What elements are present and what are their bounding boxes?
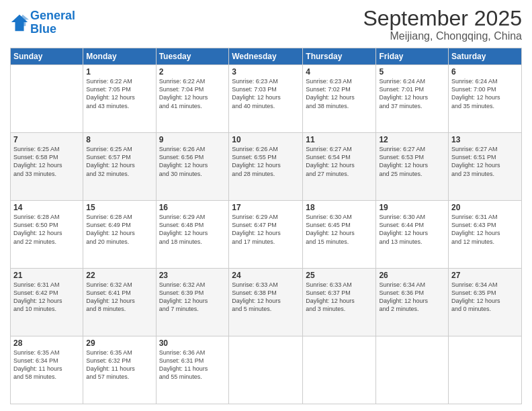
weekday-header: Wednesday	[229, 48, 303, 65]
day-number: 15	[86, 203, 152, 212]
day-info: Sunrise: 6:26 AM Sunset: 6:55 PM Dayligh…	[232, 145, 300, 178]
weekday-header: Friday	[376, 48, 449, 65]
calendar-cell: 23Sunrise: 6:32 AM Sunset: 6:39 PM Dayli…	[156, 269, 229, 336]
calendar-cell	[449, 336, 522, 404]
calendar-week-row: 28Sunrise: 6:35 AM Sunset: 6:34 PM Dayli…	[11, 336, 522, 404]
calendar-cell: 25Sunrise: 6:33 AM Sunset: 6:37 PM Dayli…	[303, 269, 376, 336]
day-info: Sunrise: 6:31 AM Sunset: 6:43 PM Dayligh…	[451, 213, 519, 246]
day-info: Sunrise: 6:32 AM Sunset: 6:41 PM Dayligh…	[86, 281, 152, 314]
calendar-cell: 6Sunrise: 6:24 AM Sunset: 7:00 PM Daylig…	[449, 65, 522, 133]
calendar-cell: 14Sunrise: 6:28 AM Sunset: 6:50 PM Dayli…	[11, 201, 83, 269]
calendar-cell: 30Sunrise: 6:36 AM Sunset: 6:31 PM Dayli…	[156, 336, 229, 404]
weekday-header: Tuesday	[156, 48, 229, 65]
calendar-cell: 21Sunrise: 6:31 AM Sunset: 6:42 PM Dayli…	[11, 269, 83, 336]
day-number: 10	[232, 135, 300, 144]
calendar-cell: 19Sunrise: 6:30 AM Sunset: 6:44 PM Dayli…	[376, 201, 449, 269]
day-info: Sunrise: 6:23 AM Sunset: 7:02 PM Dayligh…	[306, 77, 373, 110]
calendar-week-row: 21Sunrise: 6:31 AM Sunset: 6:42 PM Dayli…	[11, 269, 522, 336]
day-info: Sunrise: 6:33 AM Sunset: 6:38 PM Dayligh…	[232, 281, 300, 314]
logo-line2: Blue	[30, 22, 56, 36]
day-number: 26	[379, 271, 445, 280]
calendar-cell: 4Sunrise: 6:23 AM Sunset: 7:02 PM Daylig…	[303, 65, 376, 133]
day-info: Sunrise: 6:23 AM Sunset: 7:03 PM Dayligh…	[232, 77, 300, 110]
day-number: 9	[159, 135, 226, 144]
day-number: 19	[379, 203, 445, 212]
logo-text: General Blue	[30, 9, 75, 36]
day-number: 24	[232, 271, 300, 280]
day-info: Sunrise: 6:29 AM Sunset: 6:48 PM Dayligh…	[159, 213, 226, 246]
title-block: September 2025 Meijiang, Chongqing, Chin…	[363, 7, 522, 42]
calendar-cell: 18Sunrise: 6:30 AM Sunset: 6:45 PM Dayli…	[303, 201, 376, 269]
day-info: Sunrise: 6:26 AM Sunset: 6:56 PM Dayligh…	[159, 145, 226, 178]
day-number: 11	[306, 135, 373, 144]
logo: General Blue	[10, 9, 75, 36]
calendar-cell: 28Sunrise: 6:35 AM Sunset: 6:34 PM Dayli…	[11, 336, 83, 404]
calendar-cell: 10Sunrise: 6:26 AM Sunset: 6:55 PM Dayli…	[229, 133, 303, 201]
day-number: 3	[232, 67, 300, 77]
calendar-cell	[303, 336, 376, 404]
calendar-cell: 13Sunrise: 6:27 AM Sunset: 6:51 PM Dayli…	[449, 133, 522, 201]
calendar-cell: 9Sunrise: 6:26 AM Sunset: 6:56 PM Daylig…	[156, 133, 229, 201]
day-info: Sunrise: 6:28 AM Sunset: 6:49 PM Dayligh…	[86, 213, 152, 246]
day-info: Sunrise: 6:34 AM Sunset: 6:35 PM Dayligh…	[451, 281, 519, 314]
calendar-cell: 5Sunrise: 6:24 AM Sunset: 7:01 PM Daylig…	[376, 65, 449, 133]
header: General Blue September 2025 Meijiang, Ch…	[10, 7, 522, 42]
day-info: Sunrise: 6:30 AM Sunset: 6:45 PM Dayligh…	[306, 213, 373, 246]
calendar-week-row: 7Sunrise: 6:25 AM Sunset: 6:58 PM Daylig…	[11, 133, 522, 201]
calendar-cell: 24Sunrise: 6:33 AM Sunset: 6:38 PM Dayli…	[229, 269, 303, 336]
day-info: Sunrise: 6:25 AM Sunset: 6:57 PM Dayligh…	[86, 145, 152, 178]
day-info: Sunrise: 6:34 AM Sunset: 6:36 PM Dayligh…	[379, 281, 445, 314]
calendar-table: SundayMondayTuesdayWednesdayThursdayFrid…	[10, 48, 522, 404]
calendar-cell: 22Sunrise: 6:32 AM Sunset: 6:41 PM Dayli…	[83, 269, 156, 336]
day-number: 23	[159, 271, 226, 280]
day-number: 28	[13, 338, 80, 348]
day-number: 7	[13, 135, 80, 144]
day-number: 27	[451, 271, 519, 280]
calendar-cell	[229, 336, 303, 404]
day-info: Sunrise: 6:27 AM Sunset: 6:53 PM Dayligh…	[379, 145, 445, 178]
day-number: 30	[159, 338, 226, 348]
calendar-cell: 26Sunrise: 6:34 AM Sunset: 6:36 PM Dayli…	[376, 269, 449, 336]
day-number: 2	[159, 67, 226, 77]
day-number: 22	[86, 271, 152, 280]
day-info: Sunrise: 6:30 AM Sunset: 6:44 PM Dayligh…	[379, 213, 445, 246]
calendar-cell: 8Sunrise: 6:25 AM Sunset: 6:57 PM Daylig…	[83, 133, 156, 201]
day-number: 18	[306, 203, 373, 212]
calendar-cell: 20Sunrise: 6:31 AM Sunset: 6:43 PM Dayli…	[449, 201, 522, 269]
day-number: 8	[86, 135, 152, 144]
weekday-header: Sunday	[11, 48, 83, 65]
day-info: Sunrise: 6:22 AM Sunset: 7:05 PM Dayligh…	[86, 77, 152, 110]
day-info: Sunrise: 6:35 AM Sunset: 6:32 PM Dayligh…	[86, 349, 152, 381]
calendar-cell	[376, 336, 449, 404]
day-number: 5	[379, 67, 445, 77]
calendar-week-row: 1Sunrise: 6:22 AM Sunset: 7:05 PM Daylig…	[11, 65, 522, 133]
day-number: 13	[451, 135, 519, 144]
day-number: 16	[159, 203, 226, 212]
day-number: 6	[451, 67, 519, 77]
day-number: 17	[232, 203, 300, 212]
calendar-cell: 7Sunrise: 6:25 AM Sunset: 6:58 PM Daylig…	[11, 133, 83, 201]
calendar-cell: 2Sunrise: 6:22 AM Sunset: 7:04 PM Daylig…	[156, 65, 229, 133]
page: General Blue September 2025 Meijiang, Ch…	[0, 0, 532, 411]
day-number: 14	[13, 203, 80, 212]
day-info: Sunrise: 6:35 AM Sunset: 6:34 PM Dayligh…	[13, 349, 80, 381]
logo-line1: General	[30, 9, 75, 22]
day-info: Sunrise: 6:31 AM Sunset: 6:42 PM Dayligh…	[13, 281, 80, 314]
day-info: Sunrise: 6:24 AM Sunset: 7:00 PM Dayligh…	[451, 77, 519, 110]
month-title: September 2025	[363, 7, 522, 30]
location: Meijiang, Chongqing, China	[363, 30, 522, 42]
calendar-cell: 11Sunrise: 6:27 AM Sunset: 6:54 PM Dayli…	[303, 133, 376, 201]
day-number: 1	[86, 67, 152, 77]
day-info: Sunrise: 6:28 AM Sunset: 6:50 PM Dayligh…	[13, 213, 80, 246]
day-info: Sunrise: 6:36 AM Sunset: 6:31 PM Dayligh…	[159, 349, 226, 381]
calendar-week-row: 14Sunrise: 6:28 AM Sunset: 6:50 PM Dayli…	[11, 201, 522, 269]
logo-icon	[10, 13, 29, 32]
calendar-cell	[11, 65, 83, 133]
calendar-header-row: SundayMondayTuesdayWednesdayThursdayFrid…	[11, 48, 522, 65]
calendar-cell: 1Sunrise: 6:22 AM Sunset: 7:05 PM Daylig…	[83, 65, 156, 133]
day-info: Sunrise: 6:27 AM Sunset: 6:54 PM Dayligh…	[306, 145, 373, 178]
day-number: 20	[451, 203, 519, 212]
day-info: Sunrise: 6:24 AM Sunset: 7:01 PM Dayligh…	[379, 77, 445, 110]
day-info: Sunrise: 6:29 AM Sunset: 6:47 PM Dayligh…	[232, 213, 300, 246]
calendar-cell: 12Sunrise: 6:27 AM Sunset: 6:53 PM Dayli…	[376, 133, 449, 201]
